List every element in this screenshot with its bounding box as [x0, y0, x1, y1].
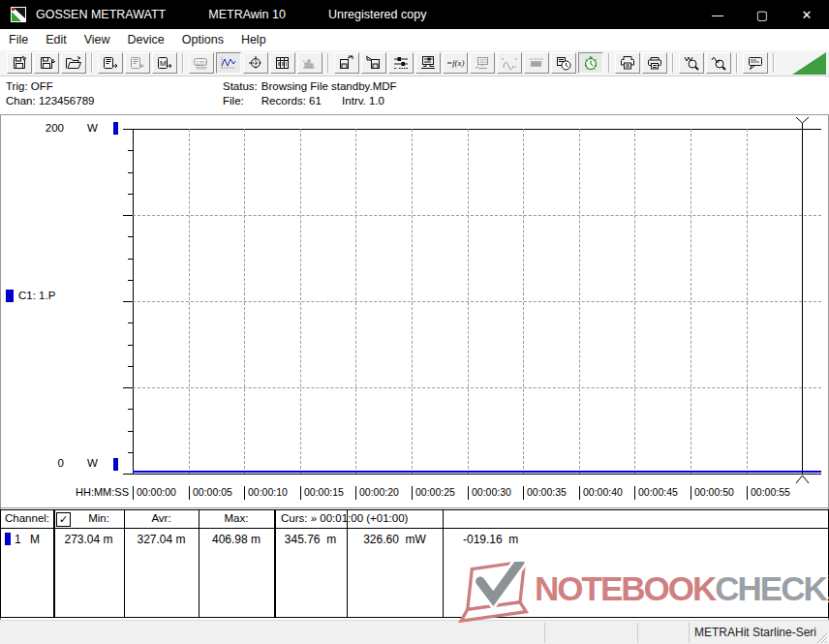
zoom-time-axis-button[interactable] — [679, 52, 704, 74]
y-axis-tick — [128, 409, 133, 410]
y-axis-max-label: 200 — [35, 122, 64, 134]
y-axis-tick — [128, 431, 133, 432]
save-file-button[interactable] — [7, 52, 32, 74]
toolbar-separator — [672, 53, 674, 73]
status-bar: METRAHit Starline-Seri — [0, 620, 829, 644]
cursor-line[interactable] — [802, 129, 803, 474]
data-table-view-button[interactable] — [270, 52, 295, 74]
histogram-view-button — [297, 52, 322, 74]
print-preview-button[interactable] — [615, 52, 640, 74]
v-gridline — [523, 129, 524, 474]
col-header-avr: Avr: — [124, 512, 199, 524]
monitor-settings-button[interactable] — [415, 52, 441, 74]
read-device-memory-alt-button — [125, 52, 150, 74]
y-axis-tick — [123, 387, 133, 388]
analog-wave-button — [497, 52, 522, 74]
file-records: Records: 61 — [261, 94, 342, 108]
menu-view[interactable]: View — [76, 30, 119, 49]
cell-avr-value: 327.04 m — [126, 533, 197, 546]
channel-legend-label: C1: 1.P — [18, 290, 55, 301]
menu-file[interactable]: File — [0, 30, 37, 49]
zoom-value-axis-button[interactable] — [706, 52, 731, 74]
cell-channel-number: 1 — [15, 533, 21, 546]
toolbar-separator — [182, 53, 184, 73]
formula-fx-button[interactable]: =f(x) — [443, 52, 468, 74]
menu-device[interactable]: Device — [119, 30, 173, 49]
y-axis-bottom-marker — [113, 458, 118, 471]
cell-min-value: 273.04 m — [55, 533, 122, 546]
channel-settings-button[interactable] — [388, 52, 414, 74]
status-label: Status: — [223, 79, 261, 94]
v-gridline — [244, 129, 245, 474]
interval-clock-button[interactable] — [551, 52, 576, 74]
title-license: Unregistered copy — [328, 8, 426, 21]
y-axis-tick — [128, 345, 133, 346]
save-file-as-button[interactable] — [34, 52, 59, 74]
y-axis-tick — [128, 366, 133, 367]
app-logo-icon — [11, 7, 26, 22]
y-axis-tick — [123, 474, 133, 475]
h-gridline — [133, 215, 821, 216]
y-axis-tick — [123, 215, 133, 216]
col-header-channel: Channel: — [5, 512, 49, 524]
yt-chart-view-button[interactable] — [216, 52, 241, 74]
cursor-top-marker[interactable] — [794, 117, 811, 129]
toolbar: M 1257 =f(x) — [0, 50, 829, 77]
cursor-bottom-marker[interactable] — [794, 475, 811, 484]
h-gridline — [133, 301, 821, 302]
import-from-device-button[interactable] — [361, 52, 386, 74]
title-bar: GOSSEN METRAWATT METRAwin 10 Unregistere… — [0, 0, 829, 29]
channel-visible-checkbox[interactable]: ✓ — [56, 512, 71, 527]
trigger-status: Trig: OFF — [6, 79, 94, 94]
close-button[interactable]: ✕ — [784, 0, 829, 29]
y-axis-max-unit: W — [87, 122, 98, 134]
v-gridline — [355, 129, 356, 474]
svg-text:321: 321 — [479, 58, 488, 64]
y-axis-tick — [128, 236, 133, 237]
v-gridline — [579, 129, 580, 474]
y-axis-tick — [128, 150, 133, 151]
col-header-max: Max: — [199, 512, 274, 524]
y-axis-tick — [128, 452, 133, 453]
x-axis-label: 00:00:00 — [133, 486, 176, 500]
plot-top-border — [133, 129, 821, 130]
ripple-wave-button — [524, 52, 549, 74]
pc-transfer-button: 321 — [470, 52, 495, 74]
comment-note-button[interactable] — [743, 52, 768, 74]
minimize-button[interactable]: — — [695, 0, 740, 29]
read-device-memory-button[interactable] — [98, 52, 123, 74]
print-button[interactable] — [642, 52, 667, 74]
menu-options[interactable]: Options — [173, 30, 232, 49]
app-window: GOSSEN METRAWATT METRAwin 10 Unregistere… — [0, 0, 829, 644]
cell-cursor-b-value: 326.60 mW — [349, 533, 441, 546]
measurement-info-bar: Trig: OFF Chan: 123456789 Status: Browsi… — [0, 77, 829, 114]
menu-bar: File Edit View Device Options Help — [0, 29, 829, 51]
menu-edit[interactable]: Edit — [37, 30, 76, 49]
data-trace-line — [133, 471, 821, 473]
chart-panel[interactable]: 200 W 0 W C1: 1.P HH:MM:SS 00:00:0000:00… — [0, 114, 829, 508]
v-gridline — [691, 129, 691, 474]
timer-recording-active-button[interactable] — [578, 52, 603, 74]
y-axis-min-label: 0 — [35, 457, 64, 469]
resize-grip[interactable] — [814, 630, 828, 644]
x-axis-label: 00:00:50 — [691, 486, 734, 500]
device-memory-m-button[interactable]: M — [152, 52, 177, 74]
export-to-device-button[interactable] — [334, 52, 359, 74]
cursor-crosshair-view-button[interactable] — [243, 52, 268, 74]
x-axis-label: 00:00:55 — [747, 486, 790, 500]
x-axis-label: 00:00:05 — [189, 486, 232, 500]
channel-color-marker — [6, 290, 14, 302]
y-axis-top-marker — [113, 122, 118, 135]
x-axis-label: 00:00:25 — [412, 486, 455, 500]
toolbar-separator — [327, 53, 329, 73]
menu-help[interactable]: Help — [232, 30, 275, 49]
maximize-button[interactable]: ▢ — [740, 0, 784, 29]
x-axis-label: 00:00:45 — [634, 486, 678, 500]
v-gridline — [468, 129, 469, 474]
y-axis-tick — [128, 280, 133, 281]
x-axis-label: 00:00:40 — [579, 486, 623, 500]
h-gridline — [133, 387, 821, 388]
open-file-button[interactable] — [61, 52, 86, 74]
channel-row-marker — [5, 533, 11, 545]
x-axis-label: 00:00:10 — [244, 486, 288, 500]
